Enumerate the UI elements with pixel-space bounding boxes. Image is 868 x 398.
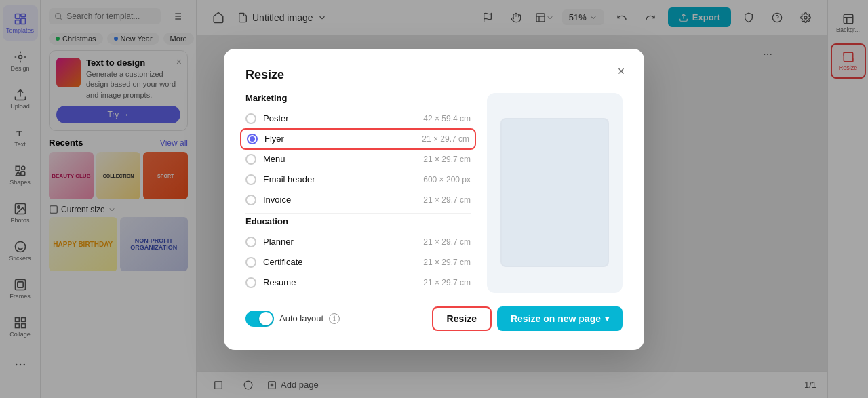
resize-button[interactable]: Resize bbox=[432, 306, 492, 331]
marketing-section-title: Marketing bbox=[245, 93, 471, 103]
option-poster[interactable]: Poster 42 × 59.4 cm bbox=[245, 108, 471, 129]
resume-label: Resume bbox=[263, 277, 296, 287]
modal-body: Marketing Poster 42 × 59.4 cm Flyer 21 bbox=[245, 93, 623, 293]
planner-label: Planner bbox=[263, 237, 294, 247]
modal-options: Marketing Poster 42 × 59.4 cm Flyer 21 bbox=[245, 93, 471, 293]
resize-on-new-page-button[interactable]: Resize on new page ▾ bbox=[497, 306, 623, 331]
toggle-track-wrap bbox=[245, 311, 274, 327]
radio-poster bbox=[245, 113, 256, 124]
option-planner[interactable]: Planner 21 × 29.7 cm bbox=[245, 232, 471, 252]
radio-certificate bbox=[245, 257, 256, 268]
option-email-header-left: Email header bbox=[245, 174, 315, 185]
auto-layout-toggle[interactable]: Auto layout ℹ bbox=[245, 311, 340, 327]
radio-email-header bbox=[245, 174, 256, 185]
option-poster-left: Poster bbox=[245, 113, 289, 124]
education-section-title: Education bbox=[245, 216, 471, 226]
radio-resume bbox=[245, 277, 256, 288]
certificate-size: 21 × 29.7 cm bbox=[423, 258, 471, 267]
modal-footer: Auto layout ℹ Resize Resize on new page … bbox=[245, 306, 623, 331]
option-resume[interactable]: Resume 21 × 29.7 cm bbox=[245, 273, 471, 293]
email-header-label: Email header bbox=[263, 174, 315, 184]
option-menu[interactable]: Menu 21 × 29.7 cm bbox=[245, 149, 471, 170]
option-menu-left: Menu bbox=[245, 154, 285, 165]
poster-label: Poster bbox=[263, 113, 289, 123]
option-invoice-left: Invoice bbox=[245, 195, 291, 205]
flyer-label: Flyer bbox=[264, 134, 284, 144]
auto-layout-label: Auto layout bbox=[279, 313, 323, 323]
poster-size: 42 × 59.4 cm bbox=[423, 114, 471, 123]
option-flyer[interactable]: Flyer 21 × 29.7 cm bbox=[240, 128, 476, 150]
modal-preview bbox=[487, 93, 623, 293]
modal-title: Resize bbox=[245, 68, 623, 82]
auto-layout-info-icon[interactable]: ℹ bbox=[329, 313, 340, 324]
menu-label: Menu bbox=[263, 154, 285, 164]
radio-flyer bbox=[247, 134, 258, 144]
flyer-size: 21 × 29.7 cm bbox=[422, 134, 469, 144]
option-resume-left: Resume bbox=[245, 277, 296, 288]
invoice-label: Invoice bbox=[263, 195, 291, 205]
resume-size: 21 × 29.7 cm bbox=[423, 278, 471, 287]
toggle-thumb bbox=[259, 312, 273, 325]
email-header-size: 600 × 200 px bbox=[423, 175, 471, 184]
option-flyer-left: Flyer bbox=[247, 134, 284, 144]
preview-canvas bbox=[500, 118, 609, 267]
option-invoice[interactable]: Invoice 21 × 29.7 cm bbox=[245, 190, 471, 210]
option-email-header[interactable]: Email header 600 × 200 px bbox=[245, 170, 471, 190]
option-certificate[interactable]: Certificate 21 × 29.7 cm bbox=[245, 252, 471, 273]
resize-modal: Resize × Marketing Poster 42 × 59.4 cm bbox=[224, 49, 644, 350]
modal-close-button[interactable]: × bbox=[612, 62, 631, 81]
menu-size: 21 × 29.7 cm bbox=[423, 155, 471, 164]
resize-new-label: Resize on new page bbox=[511, 313, 601, 324]
option-planner-left: Planner bbox=[245, 237, 294, 247]
certificate-label: Certificate bbox=[263, 257, 303, 267]
modal-actions: Resize Resize on new page ▾ bbox=[432, 306, 623, 331]
info-symbol: ℹ bbox=[333, 315, 336, 322]
radio-planner bbox=[245, 237, 256, 247]
invoice-size: 21 × 29.7 cm bbox=[423, 195, 471, 205]
planner-size: 21 × 29.7 cm bbox=[423, 237, 471, 247]
radio-menu bbox=[245, 154, 256, 165]
modal-overlay[interactable]: Resize × Marketing Poster 42 × 59.4 cm bbox=[0, 0, 868, 398]
radio-invoice bbox=[245, 195, 256, 205]
resize-new-chevron-icon: ▾ bbox=[605, 314, 609, 323]
option-certificate-left: Certificate bbox=[245, 257, 303, 268]
section-divider bbox=[245, 213, 471, 214]
